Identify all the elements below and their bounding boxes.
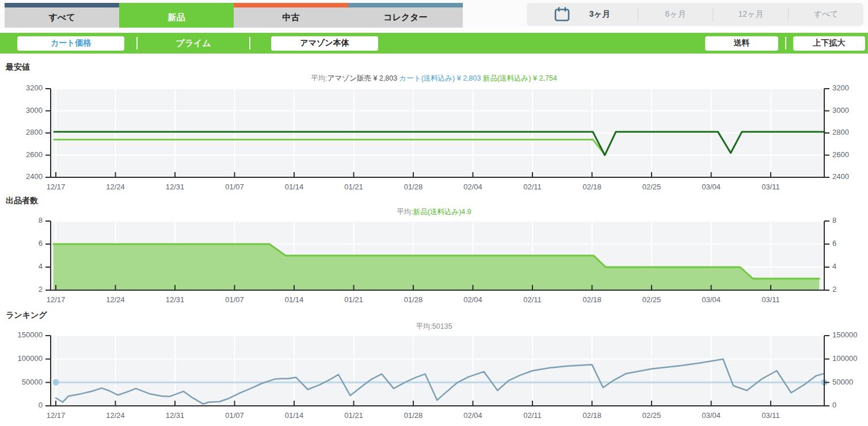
tab-collector-label: コレクター (383, 12, 427, 23)
svg-text:02/11: 02/11 (523, 411, 542, 420)
svg-text:03/11: 03/11 (762, 295, 780, 304)
svg-text:8: 8 (832, 218, 836, 225)
seller-count-title: 出品者数 (6, 195, 868, 207)
svg-text:2: 2 (832, 285, 836, 294)
svg-text:50000: 50000 (22, 378, 43, 386)
lowest-price-chart[interactable]: 2400240026002600280028003000300032003200… (0, 84, 868, 193)
tab-all[interactable]: すべて (5, 3, 119, 28)
svg-text:100000: 100000 (832, 354, 857, 363)
expand-vertical-button[interactable]: 上下拡大 (793, 36, 865, 51)
svg-text:12/24: 12/24 (106, 182, 125, 191)
seller-count-average-text: 平均:新品(送料込み)4.9 (0, 207, 868, 218)
svg-text:02/25: 02/25 (642, 295, 661, 304)
svg-text:02/11: 02/11 (523, 295, 542, 304)
svg-text:03/11: 03/11 (762, 182, 780, 191)
svg-text:03/04: 03/04 (702, 411, 721, 420)
tab-used-label: 中古 (283, 12, 300, 23)
chart-subtitle-part: カート(送料込み) ¥ 2,803 (399, 74, 483, 82)
svg-text:02/11: 02/11 (523, 182, 542, 191)
divider (249, 37, 250, 50)
ranking-average-text: 平均:50135 (0, 321, 868, 332)
tab-collector[interactable]: コレクター (348, 3, 463, 28)
svg-text:01/28: 01/28 (404, 182, 423, 191)
tab-collector-accent-strip (348, 3, 463, 7)
svg-text:01/28: 01/28 (404, 411, 423, 420)
cart-price-button[interactable]: カート価格 (17, 36, 124, 51)
svg-text:2600: 2600 (26, 150, 43, 159)
svg-text:150000: 150000 (832, 332, 857, 339)
svg-text:01/07: 01/07 (225, 295, 244, 304)
svg-text:2800: 2800 (26, 128, 43, 136)
period-option-all[interactable]: すべて (789, 3, 863, 26)
svg-text:01/14: 01/14 (285, 295, 304, 304)
amazon-button[interactable]: アマゾン本体 (271, 36, 378, 51)
tab-new[interactable]: 新品 (119, 3, 234, 28)
svg-text:0: 0 (39, 401, 43, 409)
svg-text:12/31: 12/31 (166, 295, 185, 304)
period-all-label: すべて (814, 9, 839, 20)
svg-text:12/31: 12/31 (166, 182, 185, 191)
svg-text:03/11: 03/11 (762, 411, 780, 420)
svg-text:02/04: 02/04 (463, 182, 482, 191)
period-option-3months[interactable]: 3ヶ月 (527, 3, 638, 26)
svg-text:02/25: 02/25 (642, 182, 661, 191)
svg-text:01/07: 01/07 (225, 182, 244, 191)
svg-text:2800: 2800 (832, 128, 849, 136)
svg-text:12/24: 12/24 (106, 411, 125, 420)
ranking-chart[interactable]: 00500005000010000010000015000015000012/1… (0, 332, 868, 423)
svg-text:2: 2 (39, 285, 43, 294)
svg-text:02/25: 02/25 (642, 411, 661, 420)
tab-used[interactable]: 中古 (234, 3, 348, 28)
chart-subtitle-part: 平均:50135 (416, 322, 452, 330)
calendar-icon[interactable] (554, 7, 570, 22)
svg-text:02/18: 02/18 (583, 182, 601, 191)
svg-text:6: 6 (832, 239, 836, 248)
series-toolbar: カート価格 プライム アマゾン本体 送料 上下拡大 (0, 33, 868, 54)
svg-text:02/18: 02/18 (583, 411, 601, 420)
tab-all-label: すべて (48, 12, 75, 23)
svg-text:12/17: 12/17 (47, 295, 66, 304)
svg-text:4: 4 (39, 262, 43, 271)
svg-text:12/17: 12/17 (47, 182, 66, 191)
svg-text:0: 0 (832, 401, 836, 409)
prime-toggle[interactable]: プライム (176, 38, 211, 49)
svg-text:3200: 3200 (26, 84, 43, 92)
shipping-button[interactable]: 送料 (705, 36, 778, 51)
lowest-price-section: 最安値 平均:アマゾン販売 ¥ 2,803 カート(送料込み) ¥ 2,803 … (0, 61, 868, 193)
svg-text:01/28: 01/28 (404, 295, 423, 304)
period-option-6months[interactable]: 6ヶ月 (638, 3, 713, 26)
period-selector: 3ヶ月 6ヶ月 12ヶ月 すべて (527, 3, 863, 26)
lowest-price-average-text: 平均:アマゾン販売 ¥ 2,803 カート(送料込み) ¥ 2,803 新品(送… (0, 73, 868, 84)
ranking-section: ランキング 平均:50135 0050000500001000001000001… (0, 309, 868, 423)
svg-text:4: 4 (832, 262, 836, 271)
svg-text:12/31: 12/31 (166, 411, 185, 420)
svg-text:01/14: 01/14 (285, 182, 304, 191)
condition-tabs: すべて 新品 中古 コレクター (5, 3, 463, 28)
svg-text:01/21: 01/21 (344, 411, 363, 420)
svg-text:150000: 150000 (18, 332, 43, 339)
period-6months-label: 6ヶ月 (665, 9, 686, 20)
svg-text:100000: 100000 (18, 354, 43, 363)
seller-count-chart[interactable]: 2244668812/1712/2412/3101/0701/1401/2101… (0, 218, 868, 307)
keepa-price-tracker-page: すべて 新品 中古 コレクター (0, 0, 868, 426)
svg-text:3000: 3000 (832, 106, 849, 115)
svg-text:6: 6 (39, 239, 43, 248)
period-option-12months[interactable]: 12ヶ月 (713, 3, 788, 26)
svg-text:3200: 3200 (832, 84, 849, 92)
ranking-title: ランキング (6, 309, 868, 321)
svg-text:8: 8 (39, 218, 43, 225)
chart-subtitle-part: 新品(送料込み) ¥ 2,754 (483, 74, 557, 82)
lowest-price-title: 最安値 (6, 61, 868, 73)
chart-subtitle-part: 平均: (397, 208, 413, 216)
svg-text:50000: 50000 (832, 378, 853, 386)
tab-used-accent-strip (234, 3, 348, 7)
tab-new-accent-strip (119, 3, 234, 7)
tab-new-label: 新品 (168, 12, 185, 23)
seller-count-section: 出品者数 平均:新品(送料込み)4.9 2244668812/1712/2412… (0, 195, 868, 307)
svg-text:02/04: 02/04 (463, 295, 482, 304)
svg-text:01/14: 01/14 (285, 411, 304, 420)
svg-text:02/18: 02/18 (583, 295, 601, 304)
chart-subtitle-part: 平均: (311, 74, 327, 82)
svg-text:01/21: 01/21 (344, 295, 363, 304)
chart-subtitle-part: アマゾン販売 ¥ 2,803 (328, 74, 399, 82)
